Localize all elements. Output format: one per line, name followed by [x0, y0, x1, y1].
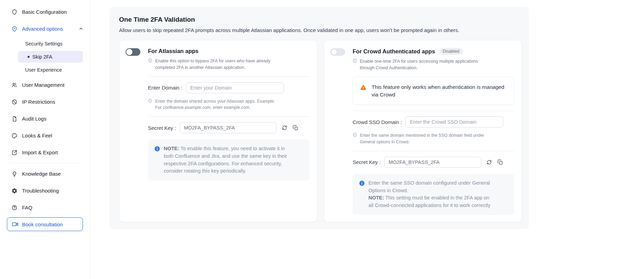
- page-subtitle: Allow users to skip repeated 2FA prompts…: [119, 27, 522, 33]
- info-outline-icon: [353, 59, 357, 71]
- book-consultation-label: Book consultation: [22, 221, 63, 227]
- page-title: One Time 2FA Validation: [119, 16, 522, 23]
- sidebar-item-ip-restrictions[interactable]: IP Restrictions: [0, 93, 90, 110]
- lightbulb-icon: [11, 171, 18, 177]
- sidebar-item-import-export[interactable]: Import & Export: [0, 144, 90, 161]
- info-outline-icon: [148, 58, 152, 71]
- crowd-card-body: For Crowd Authenticated apps Disabled En…: [353, 47, 514, 215]
- crowd-note-text: Enter the same SSO domain configured und…: [368, 179, 492, 209]
- shield-icon: [11, 9, 18, 15]
- info-filled-icon: [154, 146, 160, 175]
- domain-field-row: Enter Domain :: [148, 82, 310, 93]
- sidebar-item-basic-configuration[interactable]: Basic Configuration: [0, 3, 90, 20]
- cards-row: For Atlassian apps Enable this option to…: [119, 40, 522, 222]
- sidebar-item-label: Knowledge Base: [22, 171, 61, 177]
- secret-key-label: Secret Key :: [353, 159, 381, 165]
- domain-label: Enter Domain :: [148, 85, 182, 91]
- toggle-knob: [331, 49, 337, 55]
- crowd-note-box: Enter the same SSO domain configured und…: [353, 174, 514, 215]
- crowd-domain-help: Enter the same domain mentioned in the S…: [353, 132, 514, 145]
- atlassian-apps-card: For Atlassian apps Enable this option to…: [119, 40, 317, 222]
- copy-icon[interactable]: [497, 159, 503, 165]
- sidebar: Basic Configuration Advanced options Sec…: [0, 0, 90, 279]
- warning-triangle-icon: [360, 84, 367, 99]
- import-export-icon: [11, 149, 18, 156]
- divider: [353, 111, 514, 111]
- question-circle-icon: [11, 205, 18, 211]
- video-camera-icon: [12, 221, 19, 228]
- sidebar-item-security-settings[interactable]: Security Settings: [0, 37, 90, 50]
- sidebar-item-label: Import & Export: [22, 149, 58, 155]
- sidebar-item-troubleshooting[interactable]: Troubleshooting: [0, 182, 90, 199]
- shield-dot-icon: [11, 26, 18, 32]
- book-consultation-button[interactable]: Book consultation: [7, 217, 83, 231]
- crowd-sso-domain-input[interactable]: [405, 116, 503, 127]
- refresh-icon[interactable]: [281, 125, 288, 131]
- sidebar-item-audit-logs[interactable]: Audit Logs: [0, 110, 90, 127]
- crowd-secret-key-row: Secret Key :: [353, 157, 514, 168]
- info-filled-icon: [359, 180, 365, 209]
- sidebar-item-label: Looks & Feel: [22, 133, 52, 138]
- palette-icon: [11, 133, 18, 139]
- sidebar-item-label: Security Settings: [25, 41, 63, 46]
- sidebar-item-looks-feel[interactable]: Looks & Feel: [0, 127, 90, 144]
- atlassian-note-text: NOTE: To enable this feature, you need t…: [164, 145, 288, 175]
- info-outline-icon: [148, 99, 152, 111]
- disabled-badge: Disabled: [439, 48, 463, 55]
- info-outline-icon: [353, 133, 357, 145]
- atlassian-apps-toggle[interactable]: [126, 48, 140, 56]
- main-panel: One Time 2FA Validation Allow users to s…: [109, 7, 529, 229]
- crowd-apps-card: For Crowd Authenticated apps Disabled En…: [324, 40, 522, 222]
- crowd-card-description: Enable one-time 2FA for users accessing …: [353, 58, 514, 71]
- sidebar-item-user-management[interactable]: User Management: [0, 76, 90, 93]
- secret-key-row: Secret Key :: [148, 122, 310, 133]
- refresh-icon[interactable]: [486, 159, 492, 165]
- atlassian-card-body: For Atlassian apps Enable this option to…: [148, 47, 310, 215]
- sidebar-divider: [10, 163, 80, 163]
- sidebar-item-skip-2fa[interactable]: Skip 2FA: [18, 51, 83, 63]
- sidebar-item-knowledge-base[interactable]: Knowledge Base: [0, 165, 90, 182]
- sidebar-item-label: Basic Configuration: [22, 9, 67, 15]
- sidebar-item-label: IP Restrictions: [22, 99, 55, 105]
- sidebar-item-user-experience[interactable]: User Experience: [0, 63, 90, 76]
- sidebar-item-label: User Management: [22, 82, 64, 88]
- crowd-sso-domain-label: Crowd SSO Domain :: [353, 119, 402, 125]
- divider: [148, 116, 310, 117]
- divider: [353, 151, 514, 151]
- sidebar-item-label: User Experience: [25, 67, 62, 73]
- atlassian-note-box: NOTE: To enable this feature, you need t…: [148, 140, 310, 180]
- sidebar-item-label: Advanced options: [22, 26, 63, 32]
- chevron-up-icon[interactable]: [78, 26, 84, 31]
- toggle-knob: [126, 49, 132, 55]
- sidebar-item-label: FAQ: [22, 205, 32, 210]
- domain-help: Enter the domain shared across your Atla…: [148, 98, 310, 111]
- gear-icon: [11, 188, 18, 194]
- crowd-apps-toggle[interactable]: [330, 48, 345, 56]
- sidebar-item-label: Skip 2FA: [32, 54, 52, 60]
- document-icon: [11, 116, 18, 122]
- domain-input[interactable]: [186, 82, 284, 93]
- sidebar-item-faq[interactable]: FAQ: [0, 199, 90, 216]
- crowd-card-title: For Crowd Authenticated apps Disabled: [353, 47, 514, 55]
- crowd-sso-domain-row: Crowd SSO Domain :: [353, 116, 514, 127]
- users-icon: [11, 82, 18, 88]
- divider: [148, 76, 310, 77]
- sidebar-item-advanced-options[interactable]: Advanced options: [0, 20, 90, 37]
- crowd-secret-key-input[interactable]: [384, 157, 481, 168]
- copy-icon[interactable]: [292, 125, 299, 131]
- atlassian-card-description: Enable this option to bypass 2FA for use…: [148, 58, 310, 71]
- active-bullet-icon: [28, 56, 30, 58]
- ban-icon: [11, 99, 18, 105]
- secret-key-label: Secret Key :: [148, 125, 176, 131]
- atlassian-card-title: For Atlassian apps: [148, 47, 310, 54]
- sidebar-item-label: Audit Logs: [22, 116, 46, 122]
- secret-key-input[interactable]: [180, 122, 277, 133]
- sidebar-item-label: Troubleshooting: [22, 188, 59, 194]
- crowd-warning-box: This feature only works when authenticat…: [353, 77, 514, 105]
